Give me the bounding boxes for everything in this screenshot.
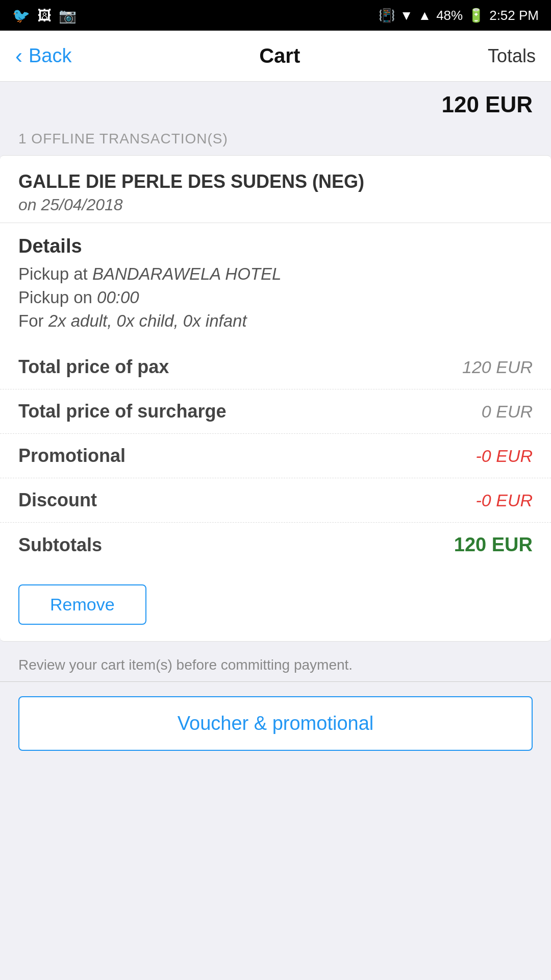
totals-amount: 120 EUR xyxy=(441,92,533,117)
instagram-icon: 📷 xyxy=(59,7,77,24)
back-button[interactable]: ‹ Back xyxy=(15,44,71,68)
pickup-hotel-prefix: Pickup at xyxy=(18,264,92,283)
price-row-label: Discount xyxy=(18,489,97,511)
price-rows: Total price of pax120 EURTotal price of … xyxy=(0,340,551,572)
card-header: GALLE DIE PERLE DES SUDENS (NEG) on 25/0… xyxy=(0,156,551,223)
footer-note: Review your cart item(s) before committi… xyxy=(0,642,551,681)
pax-prefix: For xyxy=(18,311,48,330)
battery-percent: 48% xyxy=(436,8,463,23)
price-row-label: Promotional xyxy=(18,445,126,467)
price-row: Total price of surcharge0 EUR xyxy=(0,389,551,434)
transaction-card: GALLE DIE PERLE DES SUDENS (NEG) on 25/0… xyxy=(0,155,551,642)
details-section: Details Pickup at BANDARAWELA HOTEL Pick… xyxy=(0,223,551,340)
price-row-label: Total price of surcharge xyxy=(18,401,226,422)
pickup-hotel-name: BANDARAWELA HOTEL xyxy=(92,264,281,283)
pickup-time-line: Pickup on 00:00 xyxy=(18,288,533,307)
price-row-value: 0 EUR xyxy=(482,402,533,422)
pax-value: 2x adult, 0x child, 0x infant xyxy=(48,311,247,330)
clock: 2:52 PM xyxy=(489,8,539,23)
price-row-value: 120 EUR xyxy=(454,534,533,556)
details-heading: Details xyxy=(18,235,533,257)
status-icons-right: 📳 ▼ ▲ 48% 🔋 2:52 PM xyxy=(379,8,539,23)
photo-icon: 🖼 xyxy=(37,7,52,24)
totals-row: 120 EUR xyxy=(0,82,551,126)
price-row-value: -0 EUR xyxy=(476,491,533,510)
tour-name: GALLE DIE PERLE DES SUDENS (NEG) xyxy=(18,171,533,192)
chevron-left-icon: ‹ xyxy=(15,44,22,68)
battery-icon: 🔋 xyxy=(468,8,484,23)
price-row: Subtotals120 EUR xyxy=(0,523,551,567)
price-row-value: -0 EUR xyxy=(476,446,533,466)
notification-icon: 🐦 xyxy=(12,7,30,24)
tour-date: on 25/04/2018 xyxy=(18,195,533,214)
price-row-label: Total price of pax xyxy=(18,356,169,378)
pickup-time-value: 00:00 xyxy=(97,288,139,307)
price-row: Discount-0 EUR xyxy=(0,478,551,523)
pickup-hotel-line: Pickup at BANDARAWELA HOTEL xyxy=(18,264,533,284)
pickup-time-prefix: Pickup on xyxy=(18,288,97,307)
remove-button[interactable]: Remove xyxy=(18,584,146,625)
price-row-value: 120 EUR xyxy=(462,357,533,377)
page-title: Cart xyxy=(259,44,300,67)
pax-line: For 2x adult, 0x child, 0x infant xyxy=(18,311,533,331)
transactions-label: 1 OFFLINE TRANSACTION(S) xyxy=(0,126,551,155)
top-nav: ‹ Back Cart Totals xyxy=(0,31,551,82)
vibrate-icon: 📳 xyxy=(379,8,395,23)
price-row-label: Subtotals xyxy=(18,534,102,556)
price-row: Total price of pax120 EUR xyxy=(0,345,551,389)
voucher-promotional-button[interactable]: Voucher & promotional xyxy=(18,696,533,751)
voucher-section: Voucher & promotional xyxy=(0,682,551,769)
wifi-icon: ▼ xyxy=(400,8,413,23)
status-icons-left: 🐦 🖼 📷 xyxy=(12,7,77,24)
price-row: Promotional-0 EUR xyxy=(0,434,551,478)
remove-section: Remove xyxy=(0,572,551,641)
status-bar: 🐦 🖼 📷 📳 ▼ ▲ 48% 🔋 2:52 PM xyxy=(0,0,551,31)
signal-icon: ▲ xyxy=(418,8,431,23)
back-label: Back xyxy=(29,45,71,67)
nav-totals-label: Totals xyxy=(488,45,536,67)
